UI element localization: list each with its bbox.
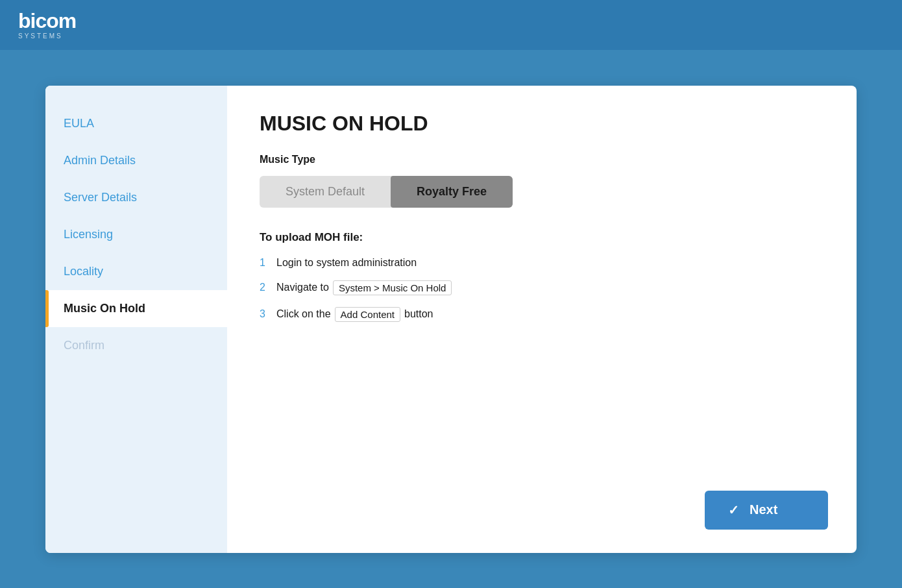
instruction-number-2: 2 bbox=[260, 282, 270, 293]
instruction-text-2: Navigate to System > Music On Hold bbox=[276, 280, 452, 295]
music-type-label: Music Type bbox=[260, 154, 824, 165]
instruction-text-1: Login to system administration bbox=[276, 257, 417, 269]
main-wrapper: EULA Admin Details Server Details Licens… bbox=[0, 50, 902, 588]
instruction-number-1: 1 bbox=[260, 257, 270, 269]
next-button[interactable]: ✓ Next bbox=[705, 491, 828, 530]
footer-actions: ✓ Next bbox=[705, 491, 828, 530]
instruction-2-code: System > Music On Hold bbox=[333, 280, 452, 295]
instruction-3-after: button bbox=[404, 308, 433, 320]
sidebar-item-confirm: Confirm bbox=[45, 327, 227, 364]
instruction-1: 1 Login to system administration bbox=[260, 257, 824, 269]
logo-subtitle: SYSTEMS bbox=[18, 32, 63, 40]
music-type-toggle: System Default Royalty Free bbox=[260, 176, 513, 208]
sidebar-item-licensing[interactable]: Licensing bbox=[45, 216, 227, 253]
sidebar-item-server-details[interactable]: Server Details bbox=[45, 179, 227, 216]
logo: bicom SYSTEMS bbox=[18, 10, 76, 40]
sidebar-item-eula[interactable]: EULA bbox=[45, 105, 227, 142]
instruction-text-3: Click on the Add Content button bbox=[276, 307, 433, 322]
logo-name: bicom bbox=[18, 10, 76, 31]
instruction-2-before: Navigate to bbox=[276, 282, 329, 293]
sidebar-item-locality[interactable]: Locality bbox=[45, 253, 227, 290]
check-icon: ✓ bbox=[728, 502, 739, 518]
card: EULA Admin Details Server Details Licens… bbox=[45, 86, 857, 553]
sidebar-item-admin-details[interactable]: Admin Details bbox=[45, 142, 227, 179]
next-button-label: Next bbox=[750, 502, 777, 517]
content-area: MUSIC ON HOLD Music Type System Default … bbox=[227, 86, 857, 553]
instruction-3: 3 Click on the Add Content button bbox=[260, 307, 824, 322]
instruction-2: 2 Navigate to System > Music On Hold bbox=[260, 280, 824, 295]
instruction-number-3: 3 bbox=[260, 308, 270, 320]
header: bicom SYSTEMS bbox=[0, 0, 902, 50]
instruction-3-code: Add Content bbox=[335, 307, 400, 322]
instructions-title: To upload MOH file: bbox=[260, 231, 824, 244]
instruction-3-before: Click on the bbox=[276, 308, 331, 320]
royalty-free-button[interactable]: Royalty Free bbox=[391, 176, 513, 208]
sidebar-item-music-on-hold[interactable]: Music On Hold bbox=[45, 290, 227, 327]
page-title: MUSIC ON HOLD bbox=[260, 112, 824, 136]
sidebar: EULA Admin Details Server Details Licens… bbox=[45, 86, 227, 553]
system-default-button[interactable]: System Default bbox=[260, 176, 391, 208]
